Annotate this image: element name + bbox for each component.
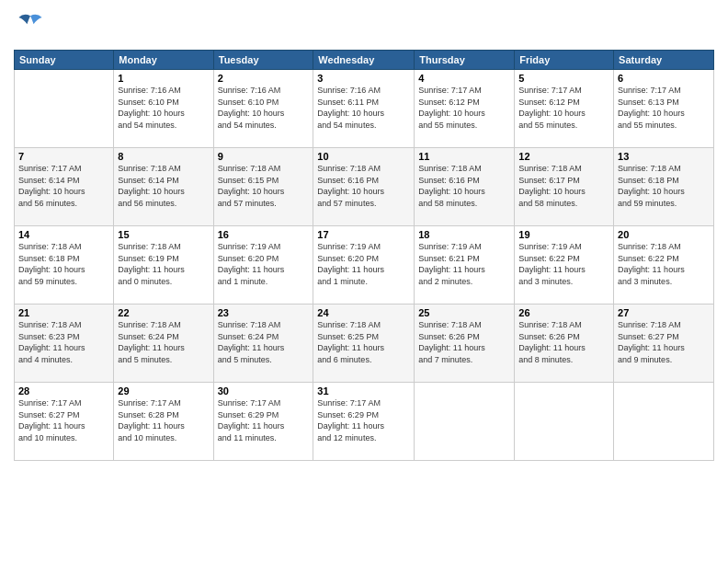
table-row: 10Sunrise: 7:18 AM Sunset: 6:16 PM Dayli…	[313, 148, 415, 226]
table-row: 15Sunrise: 7:18 AM Sunset: 6:19 PM Dayli…	[114, 226, 213, 304]
day-number: 15	[118, 229, 209, 240]
col-saturday: Saturday	[614, 51, 714, 70]
day-number: 9	[218, 151, 310, 162]
day-number: 11	[418, 151, 510, 162]
calendar-table: Sunday Monday Tuesday Wednesday Thursday…	[14, 50, 714, 461]
col-friday: Friday	[515, 51, 614, 70]
day-number: 14	[18, 229, 109, 240]
table-row: 7Sunrise: 7:17 AM Sunset: 6:14 PM Daylig…	[15, 148, 114, 226]
col-sunday: Sunday	[15, 51, 114, 70]
day-number: 28	[18, 385, 109, 396]
table-row: 14Sunrise: 7:18 AM Sunset: 6:18 PM Dayli…	[15, 226, 114, 304]
table-row: 17Sunrise: 7:19 AM Sunset: 6:20 PM Dayli…	[313, 226, 415, 304]
table-row: 27Sunrise: 7:18 AM Sunset: 6:27 PM Dayli…	[614, 304, 714, 383]
table-row: 6Sunrise: 7:17 AM Sunset: 6:13 PM Daylig…	[614, 70, 714, 148]
day-info: Sunrise: 7:16 AM Sunset: 6:10 PM Dayligh…	[218, 85, 310, 131]
table-row: 29Sunrise: 7:17 AM Sunset: 6:28 PM Dayli…	[114, 383, 213, 461]
table-row: 3Sunrise: 7:16 AM Sunset: 6:11 PM Daylig…	[313, 70, 415, 148]
day-number: 30	[218, 385, 310, 396]
table-row: 31Sunrise: 7:17 AM Sunset: 6:29 PM Dayli…	[313, 383, 415, 461]
day-info: Sunrise: 7:18 AM Sunset: 6:24 PM Dayligh…	[118, 319, 209, 365]
table-row: 16Sunrise: 7:19 AM Sunset: 6:20 PM Dayli…	[213, 226, 313, 304]
table-row: 21Sunrise: 7:18 AM Sunset: 6:23 PM Dayli…	[15, 304, 114, 383]
day-info: Sunrise: 7:18 AM Sunset: 6:17 PM Dayligh…	[518, 163, 609, 209]
table-row: 13Sunrise: 7:18 AM Sunset: 6:18 PM Dayli…	[614, 148, 714, 226]
day-info: Sunrise: 7:18 AM Sunset: 6:18 PM Dayligh…	[618, 163, 710, 209]
day-info: Sunrise: 7:18 AM Sunset: 6:25 PM Dayligh…	[317, 319, 410, 365]
week-row-2: 14Sunrise: 7:18 AM Sunset: 6:18 PM Dayli…	[15, 226, 714, 304]
day-info: Sunrise: 7:18 AM Sunset: 6:14 PM Dayligh…	[118, 163, 209, 209]
table-row: 2Sunrise: 7:16 AM Sunset: 6:10 PM Daylig…	[213, 70, 313, 148]
table-row: 9Sunrise: 7:18 AM Sunset: 6:15 PM Daylig…	[213, 148, 313, 226]
day-number: 5	[518, 73, 609, 84]
day-info: Sunrise: 7:18 AM Sunset: 6:16 PM Dayligh…	[418, 163, 510, 209]
day-info: Sunrise: 7:18 AM Sunset: 6:23 PM Dayligh…	[18, 319, 109, 365]
table-row: 12Sunrise: 7:18 AM Sunset: 6:17 PM Dayli…	[515, 148, 614, 226]
table-row: 30Sunrise: 7:17 AM Sunset: 6:29 PM Dayli…	[213, 383, 313, 461]
day-info: Sunrise: 7:18 AM Sunset: 6:19 PM Dayligh…	[118, 241, 209, 287]
day-number: 17	[317, 229, 410, 240]
table-row: 5Sunrise: 7:17 AM Sunset: 6:12 PM Daylig…	[515, 70, 614, 148]
table-row: 22Sunrise: 7:18 AM Sunset: 6:24 PM Dayli…	[114, 304, 213, 383]
table-row: 28Sunrise: 7:17 AM Sunset: 6:27 PM Dayli…	[15, 383, 114, 461]
day-number: 18	[418, 229, 510, 240]
day-number: 22	[118, 307, 209, 318]
day-info: Sunrise: 7:18 AM Sunset: 6:15 PM Dayligh…	[218, 163, 310, 209]
day-info: Sunrise: 7:19 AM Sunset: 6:22 PM Dayligh…	[518, 241, 609, 287]
day-info: Sunrise: 7:17 AM Sunset: 6:13 PM Dayligh…	[618, 85, 710, 131]
col-thursday: Thursday	[415, 51, 515, 70]
table-row	[614, 383, 714, 461]
day-info: Sunrise: 7:18 AM Sunset: 6:26 PM Dayligh…	[418, 319, 510, 365]
table-row: 18Sunrise: 7:19 AM Sunset: 6:21 PM Dayli…	[415, 226, 515, 304]
table-row	[415, 383, 515, 461]
day-number: 25	[418, 307, 510, 318]
day-info: Sunrise: 7:19 AM Sunset: 6:20 PM Dayligh…	[317, 241, 410, 287]
table-row: 20Sunrise: 7:18 AM Sunset: 6:22 PM Dayli…	[614, 226, 714, 304]
week-row-3: 21Sunrise: 7:18 AM Sunset: 6:23 PM Dayli…	[15, 304, 714, 383]
day-info: Sunrise: 7:18 AM Sunset: 6:16 PM Dayligh…	[317, 163, 410, 209]
col-monday: Monday	[114, 51, 213, 70]
day-number: 12	[518, 151, 609, 162]
day-number: 29	[118, 385, 209, 396]
table-row: 4Sunrise: 7:17 AM Sunset: 6:12 PM Daylig…	[415, 70, 515, 148]
day-number: 19	[518, 229, 609, 240]
day-info: Sunrise: 7:16 AM Sunset: 6:10 PM Dayligh…	[118, 85, 209, 131]
day-info: Sunrise: 7:17 AM Sunset: 6:12 PM Dayligh…	[418, 85, 510, 131]
day-number: 21	[18, 307, 109, 318]
day-number: 2	[218, 73, 310, 84]
day-number: 6	[618, 73, 710, 84]
header-row: Sunday Monday Tuesday Wednesday Thursday…	[15, 51, 714, 70]
day-number: 27	[618, 307, 710, 318]
table-row: 25Sunrise: 7:18 AM Sunset: 6:26 PM Dayli…	[415, 304, 515, 383]
day-info: Sunrise: 7:17 AM Sunset: 6:29 PM Dayligh…	[317, 397, 410, 443]
day-number: 20	[618, 229, 710, 240]
day-info: Sunrise: 7:17 AM Sunset: 6:27 PM Dayligh…	[18, 397, 109, 443]
day-info: Sunrise: 7:18 AM Sunset: 6:18 PM Dayligh…	[18, 241, 109, 287]
table-row	[515, 383, 614, 461]
table-row: 8Sunrise: 7:18 AM Sunset: 6:14 PM Daylig…	[114, 148, 213, 226]
day-number: 7	[18, 151, 109, 162]
day-number: 23	[218, 307, 310, 318]
table-row: 23Sunrise: 7:18 AM Sunset: 6:24 PM Dayli…	[213, 304, 313, 383]
table-row: 26Sunrise: 7:18 AM Sunset: 6:26 PM Dayli…	[515, 304, 614, 383]
day-info: Sunrise: 7:19 AM Sunset: 6:21 PM Dayligh…	[418, 241, 510, 287]
day-number: 13	[618, 151, 710, 162]
table-row: 19Sunrise: 7:19 AM Sunset: 6:22 PM Dayli…	[515, 226, 614, 304]
logo-icon	[14, 9, 47, 42]
day-info: Sunrise: 7:19 AM Sunset: 6:20 PM Dayligh…	[218, 241, 310, 287]
logo	[14, 9, 51, 42]
day-info: Sunrise: 7:17 AM Sunset: 6:12 PM Dayligh…	[518, 85, 609, 131]
day-number: 8	[118, 151, 209, 162]
week-row-4: 28Sunrise: 7:17 AM Sunset: 6:27 PM Dayli…	[15, 383, 714, 461]
col-wednesday: Wednesday	[313, 51, 415, 70]
day-number: 26	[518, 307, 609, 318]
page: Sunday Monday Tuesday Wednesday Thursday…	[0, 0, 728, 563]
table-row	[15, 70, 114, 148]
day-info: Sunrise: 7:17 AM Sunset: 6:29 PM Dayligh…	[218, 397, 310, 443]
day-number: 24	[317, 307, 410, 318]
header	[14, 9, 714, 42]
day-number: 16	[218, 229, 310, 240]
day-info: Sunrise: 7:18 AM Sunset: 6:27 PM Dayligh…	[618, 319, 710, 365]
day-info: Sunrise: 7:16 AM Sunset: 6:11 PM Dayligh…	[317, 85, 410, 131]
day-info: Sunrise: 7:18 AM Sunset: 6:26 PM Dayligh…	[518, 319, 609, 365]
